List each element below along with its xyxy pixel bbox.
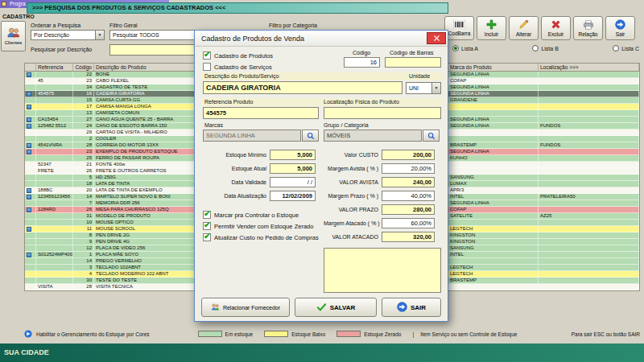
cell-icon (25, 117, 36, 122)
cell-localizacao (539, 278, 639, 283)
header-marca[interactable]: Marca do Produto (448, 64, 539, 71)
sair-button[interactable]: Sair (605, 16, 635, 40)
cell-localizacao (539, 149, 639, 154)
field-value[interactable]: / / (270, 177, 316, 187)
check-icon: ✔ (204, 232, 210, 241)
cell-localizacao (539, 175, 639, 180)
in-stock-label: Em estoque (225, 331, 254, 337)
cell-localizacao: FUNDOS (539, 123, 639, 129)
codigo-barras-field[interactable] (385, 57, 441, 68)
marcas-input[interactable]: SEGUNDA LINHA (203, 130, 301, 142)
marcas-label: Marcas (204, 122, 223, 128)
cell-codigo: 34 (73, 84, 94, 90)
field-row: Data Atualização 12/02/2009 (201, 189, 322, 203)
cell-marca (448, 130, 539, 135)
in-stock-swatch (198, 331, 222, 337)
cell-codigo: 24 (73, 123, 94, 129)
cell-marca: KINGSTON (448, 232, 539, 238)
chevron-down-icon[interactable]: ▼ (431, 83, 440, 93)
price-value[interactable]: 20,00% (382, 163, 435, 174)
option-checkbox[interactable]: ✔ Atualizar Custo no Pedido de Compras (203, 232, 324, 243)
localizacao-label: Localização Física do Produto (324, 99, 399, 105)
radio-lista-c[interactable]: Lista C (613, 45, 639, 51)
unidade-select[interactable]: UNI ▼ (406, 82, 441, 94)
excluir-label: Excluir (548, 31, 564, 37)
cell-localizacao (539, 130, 639, 135)
clientes-button[interactable]: Clientes (1, 21, 26, 51)
price-value[interactable]: 280,00 (382, 204, 435, 215)
dialog-sair-button[interactable]: SAIR (382, 298, 441, 317)
cell-localizacao (539, 200, 639, 206)
marcas-search-button[interactable] (302, 130, 319, 142)
close-icon[interactable] (427, 32, 446, 44)
cell-codigo: 25 (73, 155, 94, 161)
exit-note: Para sair ESC ou botão SAIR (572, 331, 640, 337)
legend-toggle[interactable]: Habilitar o Gerenciamento do Estoque por… (36, 331, 150, 337)
cell-marca: BRASTEMP (448, 278, 539, 283)
incluir-button[interactable]: Incluir (477, 16, 506, 40)
codigo-barras-label: Código de Barras (390, 50, 433, 56)
checkbox-cadastro-produtos[interactable]: ✔ Cadastro de Produtos (203, 51, 273, 60)
cell-icon (25, 97, 36, 103)
header-codigo[interactable]: Código (73, 64, 94, 71)
cell-codigo: 23 (73, 78, 94, 84)
relacao-button[interactable]: Relação (573, 16, 603, 40)
price-value[interactable]: 240,00 (382, 177, 435, 187)
grupo-search-button[interactable] (423, 130, 440, 142)
zero-stock-label: Estoque Zerado (364, 331, 401, 337)
search-icon (427, 132, 436, 140)
header-icon-col (25, 64, 36, 71)
price-row: VALOR AVISTA 240,00 (324, 175, 443, 189)
cell-icon (25, 104, 36, 109)
field-value[interactable]: 5,000 (270, 150, 316, 160)
cell-localizacao (539, 232, 639, 238)
cell-localizacao (539, 136, 639, 142)
radio-icon (532, 45, 539, 51)
codbarra-button[interactable]: CodBarra (444, 16, 474, 40)
cell-codigo: 10 (73, 220, 94, 225)
ordenar-value: Por Descrição (34, 32, 69, 38)
price-value[interactable]: 40,00% (382, 191, 435, 201)
excluir-button[interactable]: Excluir (541, 16, 571, 40)
cell-codigo: 13 (73, 110, 94, 116)
arrow-icon (24, 330, 32, 338)
cell-codigo: 4 (73, 271, 94, 277)
cell-icon (25, 239, 36, 245)
price-value[interactable]: 60,00% (382, 218, 435, 228)
option-checkbox[interactable]: ✔ Permitir Vender com Estoque Zerado (203, 220, 324, 232)
cell-localizacao (539, 110, 639, 116)
descricao-input[interactable]: CADEIRA GIRATORIA (203, 81, 402, 94)
relacionar-fornecedor-button[interactable]: Relacionar Fornecedor (201, 298, 290, 317)
menu-cadastro[interactable]: CADASTRO (2, 14, 35, 19)
field-value[interactable]: 12/02/2009 (270, 191, 316, 201)
cell-codigo: 29 (73, 130, 94, 135)
search-window-title: >>> PESQUISA DOS PRODUTOS & SERVIÇOS CAD… (32, 4, 225, 11)
price-value[interactable]: 320,00 (382, 232, 435, 242)
salvar-button[interactable]: SALVAR (295, 298, 377, 317)
alterar-button[interactable]: Alterar (509, 16, 539, 40)
header-referencia[interactable]: Referencia (36, 64, 73, 71)
localizacao-input[interactable] (324, 107, 441, 119)
field-value[interactable]: 5,000 (270, 163, 316, 174)
cell-referencia: CA15454 (36, 117, 73, 122)
checkbox-cadastro-servicos[interactable]: Cadastro de Serviços (203, 63, 272, 71)
grupo-input[interactable]: MÓVEIS (324, 130, 422, 142)
radio-lista-b[interactable]: Lista B (532, 45, 558, 51)
cell-marca: SEGUNDA LINHA (448, 84, 539, 90)
cell-codigo: 26 (73, 207, 94, 212)
cell-icon (25, 162, 36, 167)
option-checkbox[interactable]: ✔ Marcar pra Controlar o Estoque (203, 209, 324, 220)
cell-referencia (36, 84, 73, 90)
cell-localizacao (539, 97, 639, 103)
referencia-input[interactable]: 454575 (203, 107, 319, 119)
cell-codigo: 16 (73, 91, 94, 97)
ordenar-select[interactable]: Por Descrição ▼ (31, 30, 105, 40)
notes-area[interactable] (324, 248, 441, 293)
cell-icon (25, 78, 36, 84)
cell-marca: APR/3 (448, 187, 539, 193)
radio-lista-a[interactable]: Lista A (452, 45, 478, 51)
header-localizacao[interactable]: Localização >>> (539, 64, 639, 71)
cell-codigo: 1 (73, 252, 94, 257)
chevron-down-icon[interactable]: ▼ (95, 31, 104, 39)
price-value[interactable]: 200,00 (382, 150, 435, 160)
